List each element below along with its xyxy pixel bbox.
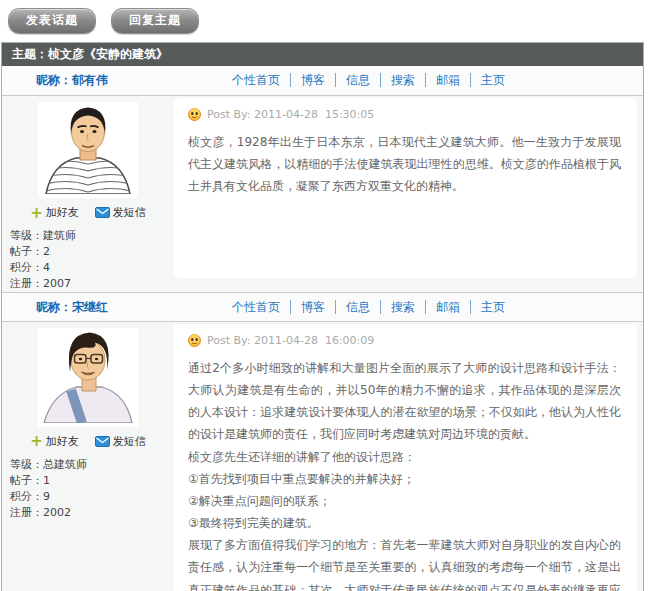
post1-body: + 加好友 发短信 等级：建筑师 帖子：2 积分：4 注册：2007 bbox=[2, 96, 643, 292]
post2-paragraph: 展现了多方面值得我们学习的地方：首先老一辈建筑大师对自身职业的发自内心的责任感，… bbox=[188, 534, 621, 591]
stat-points: 积分：9 bbox=[10, 489, 174, 505]
post1-avatar bbox=[38, 102, 138, 198]
post1-stats: 等级：建筑师 帖子：2 积分：4 注册：2007 bbox=[10, 228, 174, 292]
glasses-avatar-illustration bbox=[38, 328, 138, 423]
link-mail[interactable]: 邮箱 bbox=[425, 300, 470, 314]
post1-meta-row: Post By: 2011-04-28 15:30:05 bbox=[188, 108, 621, 121]
post2-stats: 等级：总建筑师 帖子：1 积分：9 注册：2002 bbox=[10, 457, 174, 521]
add-friend-button[interactable]: + 加好友 bbox=[30, 205, 79, 220]
send-message-button[interactable]: 发短信 bbox=[95, 434, 146, 449]
post1-sidebar: + 加好友 发短信 等级：建筑师 帖子：2 积分：4 注册：2007 bbox=[2, 96, 174, 292]
post1-panel: Post By: 2011-04-28 15:30:05 桢文彦，1928年出生… bbox=[174, 98, 637, 278]
post1-timestamp: Post By: 2011-04-28 15:30:05 bbox=[207, 108, 374, 121]
post2-paragraph: 通过2个多小时细致的讲解和大量图片全面的展示了大师的设计思路和设计手法：大师认为… bbox=[188, 357, 621, 446]
post2-content-area: Post By: 2011-04-28 16:00:09 通过2个多小时细致的讲… bbox=[174, 322, 643, 591]
envelope-icon bbox=[95, 436, 110, 447]
post2-timestamp: Post By: 2011-04-28 16:00:09 bbox=[207, 334, 374, 347]
post1-nickname: 昵称：郁有伟 bbox=[36, 66, 108, 95]
stat-threads: 帖子：2 bbox=[10, 244, 174, 260]
stat-level: 等级：总建筑师 bbox=[10, 457, 174, 473]
link-search[interactable]: 搜索 bbox=[380, 73, 425, 87]
link-mail[interactable]: 邮箱 bbox=[425, 73, 470, 87]
stat-level: 等级：建筑师 bbox=[10, 228, 174, 244]
post-topic-button[interactable]: 发表话题 bbox=[8, 8, 96, 34]
post2-paragraph: ③最终得到完美的建筑。 bbox=[188, 512, 621, 534]
stat-points: 积分：4 bbox=[10, 260, 174, 276]
link-search[interactable]: 搜索 bbox=[380, 300, 425, 314]
post2-header: 昵称：宋继红 个性首页博客信息搜索邮箱主页 bbox=[2, 292, 643, 322]
post2-paragraph: ①首先找到项目中重点要解决的并解决好； bbox=[188, 468, 621, 490]
stat-registered: 注册：2007 bbox=[10, 276, 174, 292]
post2-profile-links: 个性首页博客信息搜索邮箱主页 bbox=[232, 293, 515, 322]
toolbar: 发表话题 回复主题 bbox=[0, 0, 650, 42]
post2-actions: + 加好友 发短信 bbox=[2, 434, 174, 449]
smiley-icon bbox=[188, 334, 201, 347]
plus-icon: + bbox=[30, 208, 43, 218]
link-info[interactable]: 信息 bbox=[335, 300, 380, 314]
link-homepage[interactable]: 主页 bbox=[470, 300, 515, 314]
stat-threads: 帖子：1 bbox=[10, 473, 174, 489]
post2-avatar bbox=[38, 328, 138, 427]
link-blog[interactable]: 博客 bbox=[290, 300, 335, 314]
send-message-button[interactable]: 发短信 bbox=[95, 205, 146, 220]
post1-header: 昵称：郁有伟 个性首页博客信息搜索邮箱主页 bbox=[2, 66, 643, 96]
send-message-label: 发短信 bbox=[113, 205, 146, 220]
post2-paragraph: 桢文彦先生还详细的讲解了他的设计思路： bbox=[188, 446, 621, 468]
post2-sidebar: + 加好友 发短信 等级：总建筑师 帖子：1 积分：9 注册：2002 bbox=[2, 322, 174, 591]
post2-body: + 加好友 发短信 等级：总建筑师 帖子：1 积分：9 注册：2002 bbox=[2, 322, 643, 591]
post2-nickname: 昵称：宋继红 bbox=[36, 293, 108, 322]
link-blog[interactable]: 博客 bbox=[290, 73, 335, 87]
post1-profile-links: 个性首页博客信息搜索邮箱主页 bbox=[232, 66, 515, 95]
post1-text: 桢文彦，1928年出生于日本东京，日本现代主义建筑大师。他一生致力于发展现代主义… bbox=[188, 131, 621, 198]
stat-registered: 注册：2002 bbox=[10, 505, 174, 521]
male-avatar-illustration bbox=[38, 102, 138, 194]
smiley-icon bbox=[188, 108, 201, 121]
plus-icon: + bbox=[30, 436, 43, 446]
send-message-label: 发短信 bbox=[113, 434, 146, 449]
link-profile-home[interactable]: 个性首页 bbox=[232, 300, 290, 314]
thread-container: 主题：桢文彦《安静的建筑》 昵称：郁有伟 个性首页博客信息搜索邮箱主页 bbox=[1, 42, 644, 591]
post2-text: 通过2个多小时细致的讲解和大量图片全面的展示了大师的设计思路和设计手法：大师认为… bbox=[188, 357, 621, 591]
post2-panel: Post By: 2011-04-28 16:00:09 通过2个多小时细致的讲… bbox=[174, 324, 637, 591]
link-homepage[interactable]: 主页 bbox=[470, 73, 515, 87]
topic-title-bar: 主题：桢文彦《安静的建筑》 bbox=[2, 43, 643, 66]
post1-actions: + 加好友 发短信 bbox=[2, 205, 174, 220]
post2-paragraph: ②解决重点问题间的联系； bbox=[188, 490, 621, 512]
add-friend-label: 加好友 bbox=[46, 205, 79, 220]
link-profile-home[interactable]: 个性首页 bbox=[232, 73, 290, 87]
add-friend-label: 加好友 bbox=[46, 434, 79, 449]
post1-paragraph: 桢文彦，1928年出生于日本东京，日本现代主义建筑大师。他一生致力于发展现代主义… bbox=[188, 131, 621, 198]
link-info[interactable]: 信息 bbox=[335, 73, 380, 87]
add-friend-button[interactable]: + 加好友 bbox=[30, 434, 79, 449]
post2-meta-row: Post By: 2011-04-28 16:00:09 bbox=[188, 334, 621, 347]
reply-topic-button[interactable]: 回复主题 bbox=[111, 8, 199, 34]
topic-title: 主题：桢文彦《安静的建筑》 bbox=[12, 47, 168, 61]
post1-content-area: Post By: 2011-04-28 15:30:05 桢文彦，1928年出生… bbox=[174, 96, 643, 292]
envelope-icon bbox=[95, 207, 110, 218]
